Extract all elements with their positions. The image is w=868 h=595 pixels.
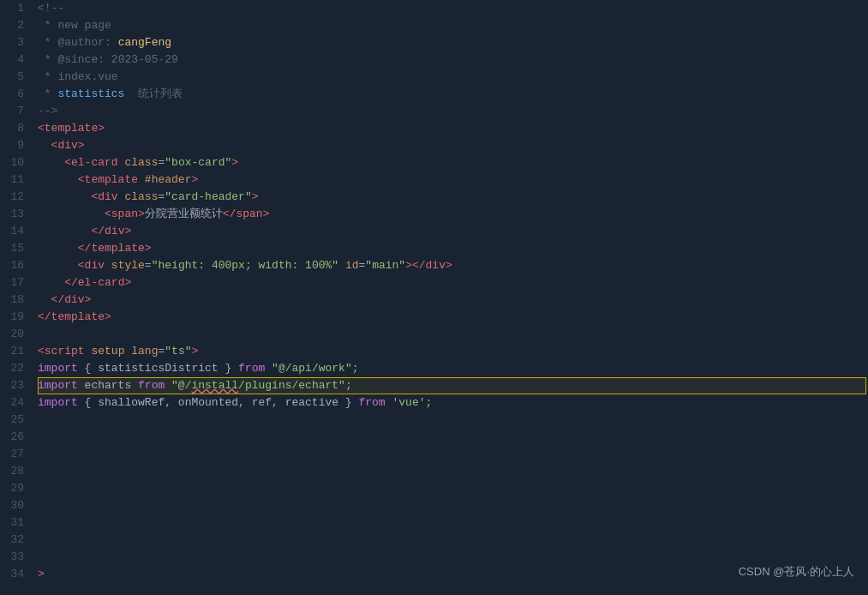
code-token: > [252, 189, 259, 206]
code-token: "ts" [165, 343, 191, 360]
code-line: <script setup lang="ts"> [38, 343, 868, 360]
code-token: /plugins/echart"; [238, 377, 352, 394]
code-token [38, 257, 78, 274]
code-line [38, 446, 868, 463]
code-token: </el-card> [64, 274, 131, 291]
code-token: "main" [365, 257, 405, 274]
code-token [105, 257, 111, 274]
code-line [38, 480, 868, 497]
code-line: --> [38, 103, 868, 120]
code-token [38, 206, 105, 223]
code-token: = [145, 257, 152, 274]
code-line: <el-card class="box-card"> [38, 154, 868, 171]
code-token: class [124, 189, 158, 206]
line-numbers: 1 2 3 4 5 6 7 8 9 10 11 12 13 14 15 16 1… [0, 0, 34, 595]
code-line: import { statisticsDistrict } from "@/ap… [38, 360, 868, 377]
code-token [85, 343, 92, 360]
code-token: </template> [38, 309, 111, 326]
code-token: import [38, 377, 78, 394]
code-token: </div> [51, 291, 92, 309]
code-token: * index.vue [38, 69, 118, 86]
code-token: <div [78, 257, 105, 274]
code-token [124, 343, 131, 360]
code-token: { statisticsDistrict } [78, 360, 238, 377]
code-line: import { shallowRef, onMounted, ref, rea… [38, 394, 868, 412]
code-token: 'vue'; [392, 394, 433, 412]
code-area: 1 2 3 4 5 6 7 8 9 10 11 12 13 14 15 16 1… [0, 0, 868, 595]
code-token [118, 154, 125, 171]
code-line: <div style="height: 400px; width: 100%" … [38, 257, 868, 274]
code-token: echarts [78, 377, 138, 394]
code-token: "@/api/work"; [272, 360, 358, 377]
code-token: <template> [38, 120, 105, 137]
watermark: CSDN @苍风·的心上人 [739, 564, 854, 580]
code-token: = [158, 189, 165, 206]
code-token: from [138, 377, 165, 394]
code-token: > [38, 566, 45, 583]
code-token [265, 360, 272, 377]
code-token: style [111, 257, 145, 274]
code-line: <span>分院营业额统计</span> [38, 206, 868, 223]
code-line [38, 463, 868, 480]
code-token: "card-header" [165, 189, 251, 206]
code-token: id [345, 257, 359, 274]
code-token: #header [145, 171, 192, 189]
code-content: <!-- * new page * @author: cangFeng * @s… [34, 0, 868, 595]
code-line: <template #header> [38, 171, 868, 189]
code-token: <div [91, 189, 117, 206]
code-line [38, 412, 868, 429]
code-token [38, 240, 78, 257]
code-line: * statistics 统计列表 [38, 86, 868, 103]
code-token: lang [131, 343, 158, 360]
code-token: > [231, 154, 238, 171]
code-token: "box-card" [165, 154, 231, 171]
code-line: <!-- [38, 0, 868, 17]
code-line: <template> [38, 120, 868, 137]
code-line [38, 326, 868, 343]
code-token [165, 377, 171, 394]
code-token: * @author: [38, 34, 118, 51]
editor-container: 1 2 3 4 5 6 7 8 9 10 11 12 13 14 15 16 1… [0, 0, 868, 595]
code-line [38, 429, 868, 446]
code-line: </el-card> [38, 274, 868, 291]
code-line [38, 514, 868, 532]
code-token: * [38, 86, 57, 103]
code-line [38, 532, 868, 549]
code-token: setup [91, 343, 124, 360]
code-token: "@/ [171, 377, 191, 394]
code-token: 2023-05-29 [111, 51, 178, 69]
code-token: = [359, 257, 366, 274]
code-token: = [158, 154, 165, 171]
code-token [338, 257, 345, 274]
code-token: * @since: [38, 51, 111, 69]
code-token: ></div> [405, 257, 452, 274]
code-token: </span> [223, 206, 270, 223]
code-token: </template> [78, 240, 152, 257]
code-token: from [238, 360, 265, 377]
code-token: <span> [105, 206, 145, 223]
code-token: * new page [38, 17, 111, 34]
code-token: install [191, 377, 238, 394]
code-token [38, 171, 78, 189]
code-token [38, 223, 91, 240]
code-token [38, 154, 64, 171]
code-token: > [191, 171, 198, 189]
code-token: <el-card [64, 154, 117, 171]
code-line: <div class="card-header"> [38, 189, 868, 206]
code-line: * index.vue [38, 69, 868, 86]
code-token: <!-- [38, 0, 64, 17]
code-line [38, 549, 868, 566]
code-token: 统计列表 [124, 86, 183, 103]
code-token: --> [38, 103, 57, 120]
code-line: * new page [38, 17, 868, 34]
code-line: </template> [38, 309, 868, 326]
code-token: = [158, 343, 165, 360]
code-line: </div> [38, 223, 868, 240]
code-token: from [358, 394, 385, 412]
code-line: </div> [38, 291, 868, 309]
code-line: * @since: 2023-05-29 [38, 51, 868, 69]
code-line: * @author: cangFeng [38, 34, 868, 51]
code-token: import [38, 394, 78, 412]
code-token: > [192, 343, 199, 360]
code-token [38, 189, 91, 206]
